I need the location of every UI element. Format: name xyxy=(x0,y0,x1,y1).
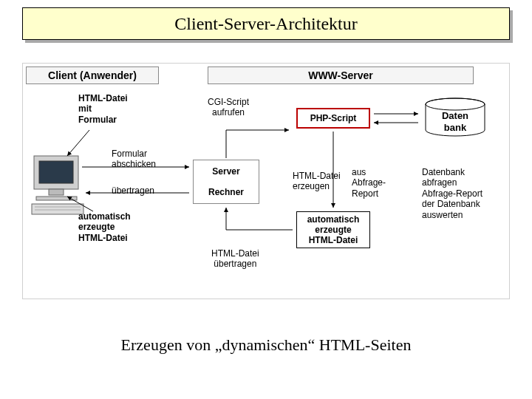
php-script-box: PHP-Script xyxy=(296,108,370,129)
html-form-label: HTML-Datei mit Formular xyxy=(78,93,128,125)
db-query-label: Datenbank abfragen Abfrage-Report der Da… xyxy=(422,167,482,220)
aus-abfrage-label: aus Abfrage- Report xyxy=(352,167,386,199)
html-erzeugen-label: HTML-Datei erzeugen xyxy=(293,171,341,192)
svg-rect-4 xyxy=(32,204,83,214)
cgi-call-label: CGI-Script aufrufen xyxy=(208,97,249,118)
html-transmit-label: HTML-Datei übertragen xyxy=(211,248,259,270)
title-box: Client-Server-Architektur xyxy=(22,7,510,40)
transmit-label: übertragen xyxy=(112,185,154,196)
auto-html-left-label: automatisch erzeugte HTML-Datei xyxy=(78,211,131,243)
svg-rect-1 xyxy=(39,161,73,183)
page-title: Client-Server-Architektur xyxy=(174,14,357,34)
database-icon: Daten bank xyxy=(422,97,488,141)
daten-label: Daten xyxy=(422,110,488,121)
caption-text: Erzeugen von „dynamischen“ HTML-Seiten xyxy=(0,335,532,355)
server-rechner-box: Server Rechner xyxy=(193,160,259,204)
title-banner: Client-Server-Architektur xyxy=(22,7,510,40)
auto-html-right-box: automatisch erzeugte HTML-Datei xyxy=(296,211,370,248)
svg-rect-3 xyxy=(36,197,77,200)
svg-rect-2 xyxy=(49,189,64,195)
bank-label: bank xyxy=(422,122,488,133)
www-server-header: WWW-Server xyxy=(208,66,474,84)
architecture-diagram: Client (Anwender) WWW-Server HTML-Datei … xyxy=(22,63,510,299)
form-send-label: Formular abschicken xyxy=(112,149,156,170)
client-header: Client (Anwender) xyxy=(26,66,159,84)
